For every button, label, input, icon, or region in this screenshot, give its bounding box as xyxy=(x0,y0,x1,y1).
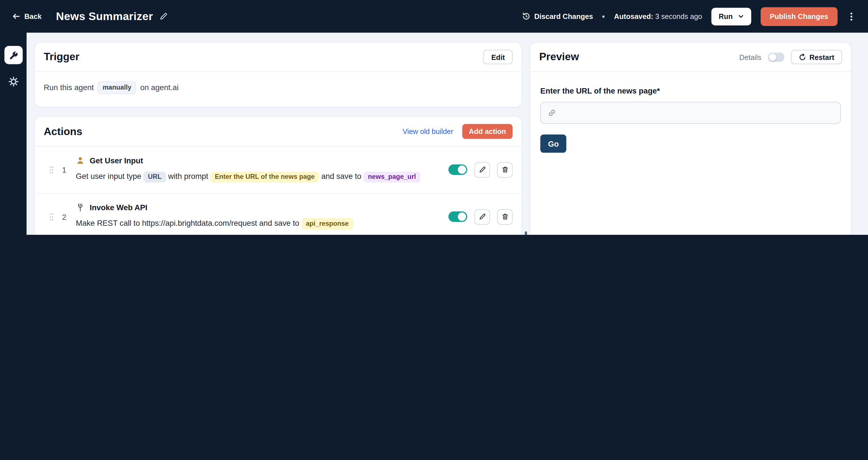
restart-label: Restart xyxy=(809,53,834,61)
arrow-left-icon xyxy=(12,12,20,20)
wrench-icon xyxy=(8,50,18,60)
pencil-icon xyxy=(478,166,486,173)
trigger-text-suffix: on agent.ai xyxy=(140,83,179,92)
delete-action-button[interactable] xyxy=(497,209,513,225)
trigger-panel: Trigger Edit Run this agent manually on … xyxy=(34,42,522,107)
builder-column: Trigger Edit Run this agent manually on … xyxy=(34,42,522,235)
trigger-edit-button[interactable]: Edit xyxy=(484,50,513,64)
variable-badge: news_page_url xyxy=(364,171,420,183)
prompt-badge: Enter the URL of the news page xyxy=(210,171,319,183)
main-content: Trigger Edit Run this agent manually on … xyxy=(27,33,868,235)
desc-text: and save to xyxy=(321,171,362,180)
type-badge: URL xyxy=(144,171,166,183)
restart-icon xyxy=(799,54,806,61)
action-row: 2 Invoke Web API Make REST call to https… xyxy=(35,194,522,235)
topbar-actions: Discard Changes Autosaved: 3 seconds ago… xyxy=(522,7,856,26)
chevron-down-icon xyxy=(738,13,744,20)
actions-panel: Actions View old builder Add action 1 xyxy=(34,116,522,235)
trigger-title: Trigger xyxy=(44,51,80,63)
app: Back News Summarizer Discard Changes Aut… xyxy=(0,0,868,235)
run-button[interactable]: Run xyxy=(711,7,751,25)
action-enabled-toggle[interactable] xyxy=(448,165,467,175)
run-label: Run xyxy=(719,12,733,20)
action-number: 1 xyxy=(59,165,69,174)
actions-title: Actions xyxy=(44,126,82,138)
trigger-sentence: Run this agent manually on agent.ai xyxy=(35,72,522,103)
sidebar xyxy=(0,33,27,235)
url-field-label: Enter the URL of the news page* xyxy=(540,87,660,95)
edit-action-button[interactable] xyxy=(474,209,490,225)
sidebar-item-settings[interactable] xyxy=(8,76,19,87)
page-title: News Summarizer xyxy=(56,10,153,23)
drag-handle-icon[interactable] xyxy=(49,166,54,173)
back-label: Back xyxy=(24,12,41,20)
go-button[interactable]: Go xyxy=(540,134,567,153)
delete-action-button[interactable] xyxy=(497,162,513,178)
desc-text: Get user input type xyxy=(76,171,141,180)
trash-icon xyxy=(501,213,508,220)
trash-icon xyxy=(501,166,508,173)
action-number: 2 xyxy=(59,212,69,221)
autosave-value: 3 seconds ago xyxy=(655,12,702,20)
details-label: Details xyxy=(739,53,762,61)
action-title: Invoke Web API xyxy=(90,203,147,212)
edit-action-button[interactable] xyxy=(474,162,490,178)
api-fork-icon xyxy=(76,203,85,212)
history-icon xyxy=(522,12,530,20)
scrollbar-thumb[interactable] xyxy=(525,231,527,235)
pencil-icon xyxy=(478,213,486,220)
edit-title-icon[interactable] xyxy=(160,12,168,20)
kebab-menu-icon[interactable] xyxy=(847,10,856,23)
preview-panel: Preview Details Restart Enter the URL xyxy=(530,42,851,235)
trigger-text-prefix: Run this agent xyxy=(44,83,94,92)
preview-form: Enter the URL of the news page* Go xyxy=(530,72,851,235)
link-icon xyxy=(548,108,556,117)
autosave-label: Autosaved: xyxy=(614,12,653,20)
discard-changes-button[interactable]: Discard Changes xyxy=(522,12,593,20)
action-enabled-toggle[interactable] xyxy=(448,211,467,222)
url-field xyxy=(540,102,841,124)
trigger-mode-badge: manually xyxy=(97,81,136,94)
publish-changes-button[interactable]: Publish Changes xyxy=(760,7,837,26)
view-old-builder-link[interactable]: View old builder xyxy=(402,127,453,135)
topbar: Back News Summarizer Discard Changes Aut… xyxy=(0,0,868,33)
details-toggle[interactable] xyxy=(768,52,785,62)
add-action-button[interactable]: Add action xyxy=(462,124,513,139)
back-button[interactable]: Back xyxy=(12,12,41,20)
discard-label: Discard Changes xyxy=(534,12,593,20)
variable-badge: api_response xyxy=(301,218,353,229)
gear-icon xyxy=(8,76,19,87)
url-input[interactable] xyxy=(561,108,834,118)
action-title: Get User Input xyxy=(90,156,143,165)
autosave-status: Autosaved: 3 seconds ago xyxy=(614,12,702,20)
desc-text: with prompt xyxy=(168,171,208,180)
action-description: Get user input type URL with prompt Ente… xyxy=(76,169,439,184)
preview-column: Preview Details Restart Enter the URL xyxy=(530,42,851,235)
action-description: Make REST call to https://api.brightdata… xyxy=(76,217,439,231)
drag-handle-icon[interactable] xyxy=(49,213,54,221)
action-row: 1 Get User Input Get user input type URL… xyxy=(35,146,522,194)
restart-button[interactable]: Restart xyxy=(791,50,842,64)
user-icon xyxy=(76,156,85,165)
preview-title: Preview xyxy=(539,51,579,63)
sidebar-item-builder[interactable] xyxy=(4,46,23,64)
separator-dot xyxy=(602,15,604,18)
desc-text: Make REST call to https://api.brightdata… xyxy=(76,219,299,227)
